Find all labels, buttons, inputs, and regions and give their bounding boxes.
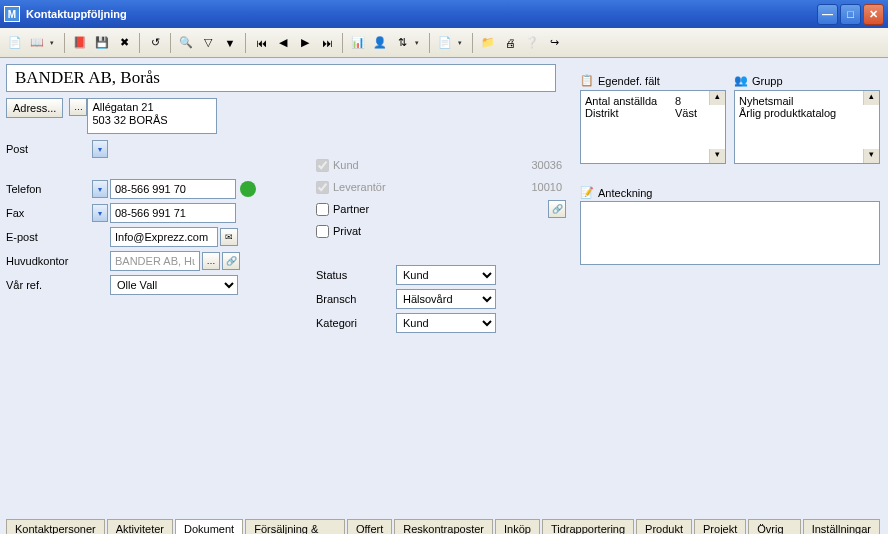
search-icon[interactable]: 🔍	[177, 34, 195, 52]
tab-installningar[interactable]: Inställningar	[803, 519, 880, 534]
scroll-up-icon[interactable]: ▴	[863, 91, 879, 105]
dropdown-icon[interactable]: ▾	[50, 39, 58, 47]
privat-label: Privat	[333, 225, 361, 237]
telefon-type-dropdown[interactable]: ▾	[92, 180, 108, 198]
partner-checkbox[interactable]	[316, 203, 329, 216]
next-icon[interactable]: ▶	[296, 34, 314, 52]
address-line2: 503 32 BORÅS	[92, 114, 212, 127]
book-icon[interactable]: 📕	[71, 34, 89, 52]
huvudkontor-more-button[interactable]: …	[202, 252, 220, 270]
phone-icon[interactable]	[240, 181, 256, 197]
tab-reskontraposter[interactable]: Reskontraposter	[394, 519, 493, 534]
kategori-label: Kategori	[316, 317, 396, 329]
partner-label: Partner	[333, 203, 369, 215]
undo-icon[interactable]: ↺	[146, 34, 164, 52]
varref-label: Vår ref.	[6, 279, 92, 291]
scroll-up-icon[interactable]: ▴	[709, 91, 725, 105]
company-name-input[interactable]	[6, 64, 556, 92]
tab-kontaktpersoner[interactable]: Kontaktpersoner	[6, 519, 105, 534]
kategori-select[interactable]: Kund	[396, 313, 496, 333]
fax-label: Fax	[6, 207, 92, 219]
address-box[interactable]: Allégatan 21 503 32 BORÅS	[87, 98, 217, 134]
huvudkontor-input[interactable]	[110, 251, 200, 271]
minimize-button[interactable]: —	[817, 4, 838, 25]
doc-icon[interactable]: 📄	[436, 34, 454, 52]
sort-icon[interactable]: ⇅	[393, 34, 411, 52]
lev-label: Leverantör	[333, 181, 386, 193]
close-button[interactable]: ✕	[863, 4, 884, 25]
anteckning-input[interactable]	[581, 202, 879, 264]
status-label: Status	[316, 269, 396, 281]
tab-dokument[interactable]: Dokument	[175, 519, 243, 534]
save-icon[interactable]: 💾	[93, 34, 111, 52]
exit-icon[interactable]: ↪	[545, 34, 563, 52]
tabs: Kontaktpersoner Aktiviteter Dokument För…	[6, 518, 882, 534]
lev-number: 10010	[496, 179, 566, 195]
dropdown-icon[interactable]: ▾	[415, 39, 423, 47]
varref-select[interactable]: Olle Vall	[110, 275, 238, 295]
filter-off-icon[interactable]: ▼	[221, 34, 239, 52]
print-icon[interactable]: 🖨	[501, 34, 519, 52]
main-toolbar: 📄 📖▾ 📕 💾 ✖ ↺ 🔍 ▽ ▼ ⏮ ◀ ▶ ⏭ 📊 👤 ⇅▾ 📄▾ 📁 🖨…	[0, 28, 888, 58]
tab-forsaljning[interactable]: Försäljning & fakturering	[245, 519, 345, 534]
post-label: Post	[6, 143, 92, 155]
dropdown-icon[interactable]: ▾	[458, 39, 466, 47]
last-icon[interactable]: ⏭	[318, 34, 336, 52]
tab-produkt[interactable]: Produkt	[636, 519, 692, 534]
new-icon[interactable]: 📄	[6, 34, 24, 52]
bransch-select[interactable]: Hälsovård	[396, 289, 496, 309]
fax-input[interactable]	[110, 203, 236, 223]
grupp-title: 👥 Grupp	[734, 74, 783, 87]
tab-tidrapportering[interactable]: Tidrapportering	[542, 519, 634, 534]
app-icon: M	[4, 6, 20, 22]
address-line1: Allégatan 21	[92, 101, 212, 114]
scroll-down-icon[interactable]: ▾	[863, 149, 879, 163]
egendef-list[interactable]: Antal anställda8 DistriktVäst	[581, 91, 725, 163]
titlebar: M Kontaktuppföljning — □ ✕	[0, 0, 888, 28]
kund-number: 30036	[496, 157, 566, 173]
epost-input[interactable]	[110, 227, 218, 247]
first-icon[interactable]: ⏮	[252, 34, 270, 52]
telefon-label: Telefon	[6, 183, 92, 195]
bransch-label: Bransch	[316, 293, 396, 305]
status-select[interactable]: Kund	[396, 265, 496, 285]
kund-label: Kund	[333, 159, 359, 171]
scroll-down-icon[interactable]: ▾	[709, 149, 725, 163]
tab-projekt[interactable]: Projekt	[694, 519, 746, 534]
help-icon[interactable]: ❔	[523, 34, 541, 52]
egendef-title: 📋 Egendef. fält	[580, 74, 660, 87]
anteckning-title: 📝 Anteckning	[580, 186, 880, 199]
huvudkontor-label: Huvudkontor	[6, 255, 92, 267]
tab-ovrig[interactable]: Övrig info.	[748, 519, 800, 534]
epost-button[interactable]: ✉	[220, 228, 238, 246]
huvudkontor-link-button[interactable]: 🔗	[222, 252, 240, 270]
partner-link-button[interactable]: 🔗	[548, 200, 566, 218]
window-title: Kontaktuppföljning	[26, 8, 817, 20]
folder-icon[interactable]: 📁	[479, 34, 497, 52]
maximize-button[interactable]: □	[840, 4, 861, 25]
user-icon[interactable]: 👤	[371, 34, 389, 52]
post-dropdown[interactable]: ▾	[92, 140, 108, 158]
tab-inkop[interactable]: Inköp	[495, 519, 540, 534]
grupp-list[interactable]: Nyhetsmail Årlig produktkatalog	[735, 91, 879, 163]
address-button[interactable]: Adress...	[6, 98, 63, 118]
prev-icon[interactable]: ◀	[274, 34, 292, 52]
telefon-input[interactable]	[110, 179, 236, 199]
filter-icon[interactable]: ▽	[199, 34, 217, 52]
open-icon[interactable]: 📖	[28, 34, 46, 52]
lev-checkbox	[316, 181, 329, 194]
kund-checkbox	[316, 159, 329, 172]
delete-icon[interactable]: ✖	[115, 34, 133, 52]
privat-checkbox[interactable]	[316, 225, 329, 238]
tab-aktiviteter[interactable]: Aktiviteter	[107, 519, 173, 534]
fax-type-dropdown[interactable]: ▾	[92, 204, 108, 222]
address-more-button[interactable]: …	[69, 98, 87, 116]
chart-icon[interactable]: 📊	[349, 34, 367, 52]
tab-offert[interactable]: Offert	[347, 519, 392, 534]
epost-label: E-post	[6, 231, 92, 243]
